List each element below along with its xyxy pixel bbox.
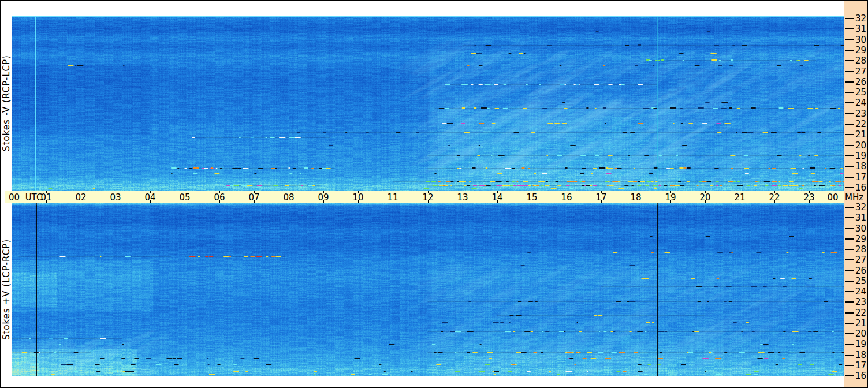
hour-label-06: 06 <box>210 192 229 203</box>
hour-label-18: 18 <box>626 192 646 203</box>
freq-label-28-panel0: 28 <box>855 56 868 65</box>
freq-label-17-panel1: 17 <box>855 361 868 370</box>
freq-tick <box>845 113 854 114</box>
spectrogram-bottom-panel <box>12 203 844 376</box>
freq-tick <box>845 28 854 29</box>
time-axis-end-label: 00 <box>824 192 842 203</box>
freq-tick <box>845 312 854 314</box>
freq-label-25-panel0: 25 <box>855 88 868 97</box>
mhz-unit-label: MHz <box>845 192 863 203</box>
hour-tick <box>12 191 12 193</box>
freq-label-24-panel0: 24 <box>855 98 868 107</box>
freq-label-18-panel0: 18 <box>855 162 868 171</box>
freq-label-26-panel1: 26 <box>855 266 868 275</box>
freq-label-22-panel1: 22 <box>855 308 868 318</box>
freq-label-19-panel1: 19 <box>855 339 868 349</box>
freq-label-17-panel0: 17 <box>855 173 868 182</box>
freq-label-20-panel0: 20 <box>855 141 868 150</box>
hour-tick <box>844 191 844 193</box>
freq-tick <box>845 270 854 271</box>
freq-label-28-panel1: 28 <box>855 245 868 254</box>
freq-tick <box>845 92 854 93</box>
freq-tick <box>845 187 854 188</box>
hour-label-14: 14 <box>487 192 507 203</box>
freq-label-24-panel1: 24 <box>855 287 868 296</box>
freq-label-32-panel0: 32 <box>855 14 868 23</box>
freq-label-29-panel0: 29 <box>855 46 868 55</box>
freq-tick <box>845 177 854 178</box>
hour-label-20: 20 <box>695 192 715 203</box>
hour-label-04: 04 <box>140 192 160 203</box>
freq-label-21-panel1: 21 <box>855 319 868 328</box>
freq-tick <box>845 375 854 376</box>
freq-tick <box>845 71 854 72</box>
hour-label-05: 05 <box>175 192 195 203</box>
freq-tick <box>845 238 854 240</box>
freq-label-32-panel1: 32 <box>855 203 868 212</box>
hour-label-02: 02 <box>71 192 91 203</box>
freq-label-26-panel0: 26 <box>855 77 868 87</box>
freq-label-25-panel1: 25 <box>855 277 868 286</box>
hour-label-08: 08 <box>279 192 299 203</box>
hour-label-19: 19 <box>661 192 680 203</box>
freq-tick <box>845 228 854 229</box>
hour-label-07: 07 <box>244 192 264 203</box>
hour-label-22: 22 <box>765 192 784 203</box>
freq-label-30-panel1: 30 <box>855 224 868 233</box>
freq-tick <box>845 207 854 208</box>
panel-label-text: Stokes +V (LCP-RCP) <box>1 240 12 341</box>
freq-tick <box>845 249 854 250</box>
freq-tick <box>845 344 854 345</box>
freq-label-20-panel1: 20 <box>855 329 868 338</box>
freq-label-18-panel1: 18 <box>855 350 868 360</box>
freq-tick <box>845 102 854 103</box>
hour-label-17: 17 <box>591 192 611 203</box>
hour-label-01: 01 <box>36 192 56 203</box>
freq-tick <box>845 365 854 366</box>
hour-label-21: 21 <box>730 192 750 203</box>
hour-label-12: 12 <box>418 192 438 203</box>
hour-label-13: 13 <box>453 192 472 203</box>
panel-label-stokes-minus-v: Stokes -V (RCP-LCP) <box>1 16 12 191</box>
hour-label-00: 00 <box>9 192 20 203</box>
freq-tick <box>845 60 854 61</box>
hour-label-10: 10 <box>348 192 368 203</box>
freq-label-27-panel0: 27 <box>855 67 868 76</box>
freq-tick <box>845 145 854 146</box>
freq-tick <box>845 301 854 303</box>
freq-tick <box>845 333 854 334</box>
app-window: AJ4CO Observatory 20 Dec 2021 - DPS on T… <box>0 0 868 388</box>
panel-label-stokes-plus-v: Stokes +V (LCP-RCP) <box>1 203 12 376</box>
freq-label-27-panel1: 27 <box>855 255 868 264</box>
title-bar: AJ4CO Observatory 20 Dec 2021 - DPS on T… <box>5 2 597 14</box>
hour-label-11: 11 <box>383 192 403 203</box>
freq-label-31-panel1: 31 <box>855 213 868 222</box>
freq-tick <box>845 291 854 292</box>
panel-label-text: Stokes -V (RCP-LCP) <box>1 55 12 151</box>
hour-label-16: 16 <box>557 192 576 203</box>
freq-label-23-panel0: 23 <box>855 109 868 118</box>
freq-label-21-panel0: 21 <box>855 130 868 139</box>
freq-label-19-panel0: 19 <box>855 151 868 161</box>
freq-label-16-panel1: 16 <box>855 371 868 380</box>
freq-tick <box>845 166 854 167</box>
freq-tick <box>845 355 854 356</box>
spectrogram-top-panel <box>12 16 844 191</box>
freq-label-23-panel1: 23 <box>855 297 868 307</box>
freq-label-31-panel0: 31 <box>855 24 868 33</box>
freq-label-29-panel1: 29 <box>855 234 868 244</box>
freq-label-30-panel0: 30 <box>855 35 868 44</box>
time-axis: 00 UTC 010203040506070809101112131415161… <box>5 191 844 203</box>
hour-label-03: 03 <box>106 192 125 203</box>
freq-tick <box>845 81 854 83</box>
freq-label-16-panel0: 16 <box>855 183 868 192</box>
freq-tick <box>845 155 854 156</box>
hour-label-23: 23 <box>799 192 819 203</box>
freq-tick <box>845 323 854 324</box>
freq-tick <box>845 39 854 40</box>
freq-tick <box>845 124 854 125</box>
freq-tick <box>845 217 854 218</box>
freq-tick <box>845 281 854 282</box>
hour-tick <box>12 200 12 203</box>
freq-label-22-panel0: 22 <box>855 120 868 129</box>
